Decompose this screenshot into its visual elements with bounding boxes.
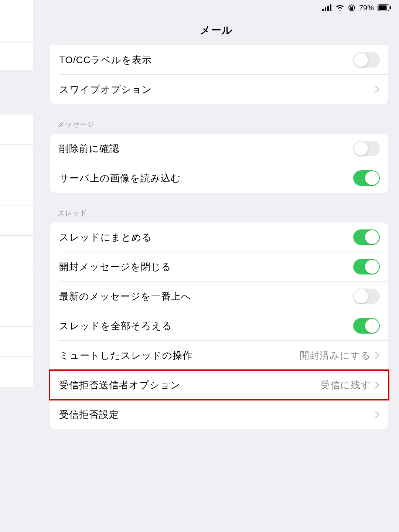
confirm-before-delete-cell[interactable]: 削除前に確認 xyxy=(50,134,388,163)
complete-threads-cell[interactable]: スレッドを全部そろえる xyxy=(50,311,388,341)
group-header-thread: スレッド xyxy=(50,208,388,222)
chevron-right-icon xyxy=(375,85,380,93)
sidebar-row[interactable] xyxy=(0,357,33,387)
complete-threads-switch[interactable] xyxy=(353,318,380,334)
muted-thread-action-cell[interactable]: ミュートしたスレッドの操作 開封済みにする xyxy=(50,341,388,370)
cell-detail-value: 開封済みにする xyxy=(300,349,371,362)
cell-label: 開封メッセージを閉じる xyxy=(59,260,353,273)
cell-label: スワイプオプション xyxy=(59,83,375,96)
collapse-read-cell[interactable]: 開封メッセージを閉じる xyxy=(50,252,388,282)
cell-label: 最新のメッセージを一番上へ xyxy=(59,290,353,303)
sidebar-row[interactable] xyxy=(0,266,33,296)
cell-label: スレッドにまとめる xyxy=(59,231,353,244)
load-remote-images-cell[interactable]: サーバ上の画像を読み込む xyxy=(50,163,388,193)
cell-label: スレッドを全部そろえる xyxy=(59,320,353,332)
sidebar-fragment xyxy=(0,0,33,532)
tocc-label-switch[interactable] xyxy=(353,52,380,68)
page-title: メール xyxy=(200,23,233,37)
organize-by-thread-cell[interactable]: スレッドにまとめる xyxy=(50,222,388,252)
sidebar-row[interactable] xyxy=(0,175,33,205)
cell-label: ミュートしたスレッドの操作 xyxy=(59,349,300,362)
swipe-options-cell[interactable]: スワイプオプション xyxy=(50,75,388,104)
page-header: メール xyxy=(33,0,399,45)
chevron-right-icon xyxy=(375,351,380,359)
newest-on-top-switch[interactable] xyxy=(353,289,380,304)
cell-label: 受信拒否送信者オプション xyxy=(59,379,320,392)
sidebar-row[interactable] xyxy=(0,296,33,327)
blocked-sender-options-cell[interactable]: 受信拒否送信者オプション 受信に残す xyxy=(50,370,388,400)
cell-label: サーバ上の画像を読み込む xyxy=(59,172,353,185)
settings-group-message: 削除前に確認 サーバ上の画像を読み込む xyxy=(50,134,388,193)
blocked-settings-cell[interactable]: 受信拒否設定 xyxy=(50,400,388,429)
settings-scroll[interactable]: TO/CCラベルを表示 スワイプオプション メッセージ 削除前に確認 サーバ上の… xyxy=(33,45,399,429)
organize-by-thread-switch[interactable] xyxy=(353,229,380,245)
cell-label: 受信拒否設定 xyxy=(59,408,375,421)
settings-group-top: TO/CCラベルを表示 スワイプオプション xyxy=(50,45,388,104)
sidebar-row[interactable] xyxy=(0,115,33,145)
newest-on-top-cell[interactable]: 最新のメッセージを一番上へ xyxy=(50,282,388,311)
settings-group-thread: スレッドにまとめる 開封メッセージを閉じる 最新のメッセージを一番上へ スレッド… xyxy=(50,222,388,429)
sidebar-row[interactable] xyxy=(0,0,33,42)
sidebar-row[interactable] xyxy=(0,327,33,357)
chevron-right-icon xyxy=(375,410,380,419)
confirm-before-delete-switch[interactable] xyxy=(353,141,380,156)
chevron-right-icon xyxy=(375,381,380,389)
sidebar-row[interactable] xyxy=(0,205,33,236)
cell-label: 削除前に確認 xyxy=(59,142,353,155)
sidebar-row[interactable] xyxy=(0,145,33,175)
cell-label: TO/CCラベルを表示 xyxy=(59,54,353,66)
load-remote-images-switch[interactable] xyxy=(353,170,380,186)
collapse-read-switch[interactable] xyxy=(353,259,380,274)
tocc-label-toggle-cell[interactable]: TO/CCラベルを表示 xyxy=(50,45,388,75)
group-header-message: メッセージ xyxy=(50,120,388,134)
cell-detail-value: 受信に残す xyxy=(320,379,371,392)
sidebar-row[interactable] xyxy=(0,236,33,266)
sidebar-row[interactable] xyxy=(0,42,33,70)
